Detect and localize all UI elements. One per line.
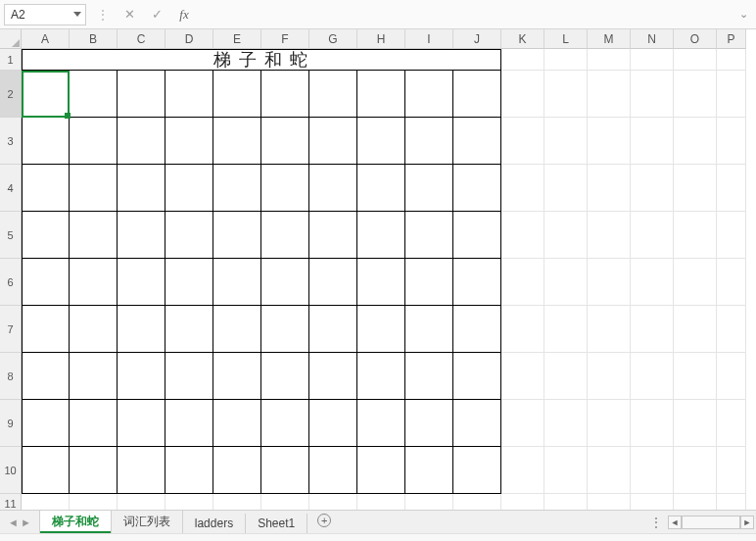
cell-P2[interactable] xyxy=(717,71,746,118)
cancel-button[interactable]: ✕ xyxy=(119,7,139,22)
cell-G8[interactable] xyxy=(309,353,357,400)
cell-F5[interactable] xyxy=(261,212,309,259)
cell-D7[interactable] xyxy=(165,306,213,353)
cell-N11[interactable] xyxy=(631,494,674,510)
cell-L5[interactable] xyxy=(544,212,588,259)
cell-A5[interactable] xyxy=(22,212,70,259)
cell-P7[interactable] xyxy=(717,306,746,353)
cell-A7[interactable] xyxy=(22,306,70,353)
cell-C10[interactable] xyxy=(118,447,165,494)
cell-J4[interactable] xyxy=(453,165,501,212)
cell-O6[interactable] xyxy=(674,259,717,306)
cell-J8[interactable] xyxy=(453,353,501,400)
cell-D4[interactable] xyxy=(165,165,213,212)
cell-I7[interactable] xyxy=(405,306,453,353)
cell-H3[interactable] xyxy=(357,118,405,165)
cell-K10[interactable] xyxy=(501,447,544,494)
cell-B2[interactable] xyxy=(70,71,118,118)
cell-P5[interactable] xyxy=(717,212,746,259)
cell-H11[interactable] xyxy=(357,494,405,510)
cell-F4[interactable] xyxy=(261,165,309,212)
sheet-tab-0[interactable]: 梯子和蛇 xyxy=(39,510,112,533)
column-header-H[interactable]: H xyxy=(357,29,405,49)
cell-C11[interactable] xyxy=(118,494,165,510)
cell-N2[interactable] xyxy=(631,71,674,118)
cell-B11[interactable] xyxy=(70,494,118,510)
new-sheet-button[interactable]: + xyxy=(307,511,341,533)
cell-M7[interactable] xyxy=(588,306,631,353)
cell-F11[interactable] xyxy=(261,494,309,510)
merged-title-cell[interactable]: 梯 子 和 蛇 xyxy=(22,49,501,71)
worksheet-grid[interactable]: ABCDEFGHIJKLMNOP 1234567891011 梯 子 和 蛇 xyxy=(0,29,756,510)
scroll-track[interactable] xyxy=(682,516,740,529)
cell-O7[interactable] xyxy=(674,306,717,353)
cell-P10[interactable] xyxy=(717,447,746,494)
row-header-11[interactable]: 11 xyxy=(0,494,22,510)
tab-nav-right-icon[interactable]: ► xyxy=(21,516,31,528)
cell-K5[interactable] xyxy=(501,212,544,259)
cell-L9[interactable] xyxy=(544,400,588,447)
cell-L2[interactable] xyxy=(544,71,588,118)
cell-E2[interactable] xyxy=(213,71,261,118)
cell-G6[interactable] xyxy=(309,259,357,306)
expand-formula-bar-icon[interactable]: ⌄ xyxy=(734,8,752,21)
cell-E5[interactable] xyxy=(213,212,261,259)
cell-N4[interactable] xyxy=(631,165,674,212)
scroll-right-icon[interactable]: ► xyxy=(740,516,754,529)
column-header-J[interactable]: J xyxy=(453,29,501,49)
cell-I9[interactable] xyxy=(405,400,453,447)
cell-P6[interactable] xyxy=(717,259,746,306)
cell-J9[interactable] xyxy=(453,400,501,447)
name-box[interactable]: A2 xyxy=(4,4,86,25)
cell-K1[interactable] xyxy=(501,49,544,71)
cell-A8[interactable] xyxy=(22,353,70,400)
column-header-A[interactable]: A xyxy=(22,29,70,49)
cell-B4[interactable] xyxy=(70,165,118,212)
row-header-4[interactable]: 4 xyxy=(0,165,22,212)
row-header-6[interactable]: 6 xyxy=(0,259,22,306)
cell-L8[interactable] xyxy=(544,353,588,400)
cell-P3[interactable] xyxy=(717,118,746,165)
cell-E8[interactable] xyxy=(213,353,261,400)
cell-O11[interactable] xyxy=(674,494,717,510)
cell-F9[interactable] xyxy=(261,400,309,447)
cell-M10[interactable] xyxy=(588,447,631,494)
cell-N7[interactable] xyxy=(631,306,674,353)
cell-A10[interactable] xyxy=(22,447,70,494)
cell-J11[interactable] xyxy=(453,494,501,510)
cell-O5[interactable] xyxy=(674,212,717,259)
cell-F6[interactable] xyxy=(261,259,309,306)
cell-O3[interactable] xyxy=(674,118,717,165)
cell-C7[interactable] xyxy=(118,306,165,353)
row-header-7[interactable]: 7 xyxy=(0,306,22,353)
cell-E10[interactable] xyxy=(213,447,261,494)
cell-I10[interactable] xyxy=(405,447,453,494)
column-header-F[interactable]: F xyxy=(261,29,309,49)
cell-N6[interactable] xyxy=(631,259,674,306)
row-header-9[interactable]: 9 xyxy=(0,400,22,447)
cell-N3[interactable] xyxy=(631,118,674,165)
column-header-L[interactable]: L xyxy=(544,29,588,49)
cell-M9[interactable] xyxy=(588,400,631,447)
cell-G4[interactable] xyxy=(309,165,357,212)
cell-D10[interactable] xyxy=(165,447,213,494)
cell-D3[interactable] xyxy=(165,118,213,165)
column-header-B[interactable]: B xyxy=(70,29,118,49)
cell-G11[interactable] xyxy=(309,494,357,510)
cell-K4[interactable] xyxy=(501,165,544,212)
cell-K9[interactable] xyxy=(501,400,544,447)
cell-C9[interactable] xyxy=(118,400,165,447)
column-header-O[interactable]: O xyxy=(674,29,717,49)
cell-K3[interactable] xyxy=(501,118,544,165)
cell-F2[interactable] xyxy=(261,71,309,118)
cell-B6[interactable] xyxy=(70,259,118,306)
cell-F8[interactable] xyxy=(261,353,309,400)
column-header-D[interactable]: D xyxy=(165,29,213,49)
cell-M6[interactable] xyxy=(588,259,631,306)
cell-O8[interactable] xyxy=(674,353,717,400)
cell-B5[interactable] xyxy=(70,212,118,259)
cell-L11[interactable] xyxy=(544,494,588,510)
cell-E7[interactable] xyxy=(213,306,261,353)
column-header-G[interactable]: G xyxy=(309,29,357,49)
cell-H10[interactable] xyxy=(357,447,405,494)
